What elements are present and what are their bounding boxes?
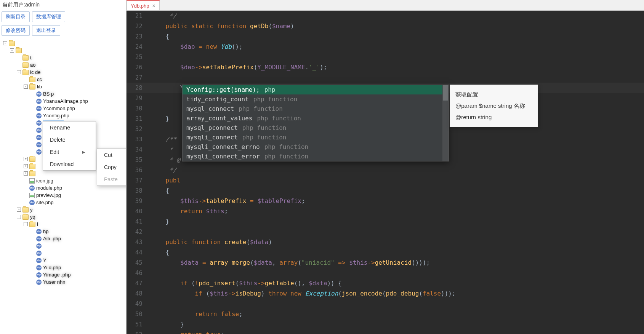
tab-ydb[interactable]: Ydb.php × <box>127 0 160 10</box>
tree-node[interactable]: Yimage .php <box>0 271 126 278</box>
code-line[interactable]: 37 publ <box>127 175 644 185</box>
php-icon <box>36 99 42 104</box>
code-line[interactable]: 42 <box>127 227 644 237</box>
tree-node[interactable]: Yi d.php <box>0 264 126 271</box>
php-icon <box>36 236 42 241</box>
code-line[interactable]: 39 $this->tablePrefix = $tablePrefix; <box>127 196 644 206</box>
tree-node[interactable]: preview.jpg <box>0 192 126 199</box>
tree-node[interactable]: -lc de <box>0 69 126 76</box>
code-line[interactable]: 43 public function create($data) <box>127 237 644 247</box>
expander-icon[interactable]: + <box>17 208 21 212</box>
menu-edit[interactable]: Edit▶ <box>43 146 96 158</box>
expander-icon[interactable]: - <box>24 85 28 89</box>
code-line[interactable]: 52 return true; <box>127 329 644 334</box>
code-line[interactable]: 40 return $this; <box>127 206 644 216</box>
scrollbar-thumb[interactable] <box>443 85 448 101</box>
code-line[interactable]: 25 <box>127 52 644 62</box>
autocomplete-item[interactable]: mysqli_connect_errnophp function <box>183 142 449 152</box>
tree-node[interactable]: Yconfig.php <box>0 112 126 119</box>
php-icon <box>36 128 42 133</box>
doc-title: 获取配置 <box>455 89 532 100</box>
tree-node[interactable]: BS p <box>0 90 126 97</box>
refresh-button[interactable]: 刷新目录 <box>2 11 30 22</box>
expander-icon[interactable]: - <box>24 222 28 226</box>
autocomplete-popup[interactable]: Yconfig::get($name);phptidy_config_count… <box>182 85 449 161</box>
tree-node[interactable]: - <box>0 47 126 54</box>
code-line[interactable]: 48 if ($this->isDebug) throw new Excepti… <box>127 288 644 299</box>
code-line[interactable]: 50 return false; <box>127 309 644 319</box>
db-manage-button[interactable]: 数据库管理 <box>32 11 65 22</box>
menu-copy[interactable]: Copy <box>97 161 127 173</box>
tree-node[interactable]: AiIi .php <box>0 235 126 242</box>
code-area[interactable]: 21 */22 public static function getDb($na… <box>127 11 644 334</box>
tree-node[interactable]: -lib <box>0 83 126 90</box>
autocomplete-item[interactable]: array_count_valuesphp function <box>183 113 449 123</box>
code-line[interactable]: 47 if (!pdo_insert($this->getTable(), $d… <box>127 278 644 288</box>
tree-label: Ycommon.php <box>43 105 75 111</box>
php-icon <box>36 258 42 263</box>
expander-icon[interactable]: - <box>17 70 21 74</box>
tree-node[interactable]: +y <box>0 206 126 213</box>
tree-node[interactable]: hp <box>0 228 126 235</box>
code-line[interactable]: 51 } <box>127 319 644 329</box>
code-line[interactable]: 38 { <box>127 185 644 196</box>
expander-icon[interactable]: - <box>10 48 14 53</box>
menu-paste: Paste <box>97 173 127 185</box>
gutter: 27 <box>127 72 148 83</box>
code-line[interactable]: 21 */ <box>127 11 644 21</box>
change-password-button[interactable]: 修改密码 <box>2 25 30 36</box>
code-line[interactable]: 46 <box>127 268 644 278</box>
gutter: 41 <box>127 216 148 227</box>
tree-node[interactable]: YbanuaAiImage.php <box>0 97 126 105</box>
autocomplete-item[interactable]: tidy_config_countphp function <box>183 94 449 104</box>
gutter: 21 <box>127 11 148 21</box>
autocomplete-hint: php function <box>257 115 301 122</box>
expander-icon[interactable]: + <box>24 164 28 168</box>
tree-node[interactable]: Yuser nhn <box>0 278 126 286</box>
code-text: public static function getDb($name) <box>148 21 294 31</box>
menu-rename[interactable]: Rename <box>43 121 96 134</box>
code-line[interactable]: 24 $dao = new Ydb(); <box>127 42 644 52</box>
code-line[interactable]: 41 } <box>127 216 644 227</box>
autocomplete-item[interactable]: mysql_connectphp function <box>183 104 449 113</box>
tree-node[interactable]: Y <box>0 257 126 264</box>
menu-download[interactable]: Download <box>43 158 96 170</box>
scrollbar[interactable] <box>442 85 449 161</box>
tree-node[interactable]: site.php <box>0 199 126 206</box>
autocomplete-item[interactable]: Yconfig::get($name);php <box>183 85 449 94</box>
code-line[interactable]: 23 { <box>127 31 644 42</box>
autocomplete-item[interactable]: mysqli_connect_errorphp function <box>183 152 449 161</box>
tree-node[interactable]: -yq <box>0 213 126 221</box>
expander-icon[interactable]: + <box>24 157 28 161</box>
tree-node[interactable]: -l <box>0 221 126 228</box>
expander-icon[interactable]: + <box>24 171 28 176</box>
tree-node[interactable]: cc <box>0 76 126 83</box>
logout-button[interactable]: 退出登录 <box>32 25 60 36</box>
expander-icon[interactable]: - <box>3 41 7 45</box>
php-icon <box>36 142 42 147</box>
expander-icon[interactable]: - <box>17 215 21 219</box>
code-line[interactable]: 45 $data = array_merge($data, array("uni… <box>127 257 644 268</box>
code-line[interactable]: 22 public static function getDb($name) <box>127 21 644 31</box>
tree-node[interactable] <box>0 249 126 257</box>
context-menu[interactable]: Rename Delete Edit▶ Download <box>43 121 96 171</box>
menu-cut[interactable]: Cut <box>97 149 127 161</box>
tree-node[interactable]: Ycommon.php <box>0 105 126 112</box>
tree-node[interactable]: - <box>0 40 126 47</box>
context-submenu[interactable]: Cut Copy Paste <box>97 149 127 186</box>
autocomplete-item[interactable]: mysqli_connectphp function <box>183 133 449 142</box>
menu-delete[interactable]: Delete <box>43 134 96 146</box>
code-line[interactable]: 26 $dao->setTablePrefix(Y_MODULE_NAME.'_… <box>127 62 644 72</box>
code-line[interactable]: 36 */ <box>127 165 644 175</box>
tree-node[interactable]: t <box>0 54 126 61</box>
code-line[interactable]: 44 { <box>127 247 644 257</box>
tree-node[interactable] <box>0 242 126 249</box>
code-line[interactable]: 27 <box>127 72 644 83</box>
tree-node[interactable]: ao <box>0 61 126 69</box>
tree-label: yq <box>30 214 35 220</box>
folder-icon <box>16 48 22 53</box>
close-icon[interactable]: × <box>152 3 155 9</box>
autocomplete-item[interactable]: mysql_pconnectphp function <box>183 123 449 133</box>
toolbar-row-2: 修改密码 退出登录 <box>0 24 126 37</box>
code-line[interactable]: 49 <box>127 299 644 309</box>
